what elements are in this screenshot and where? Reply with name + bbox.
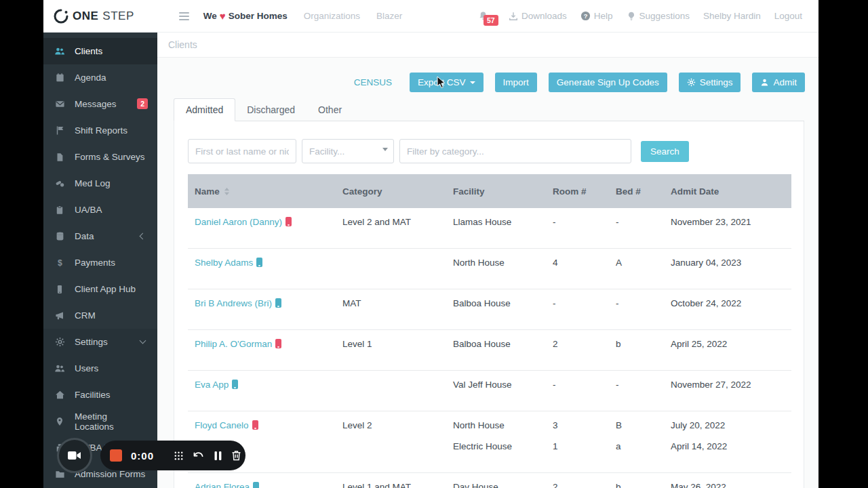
phone-icon — [253, 482, 259, 488]
topbar: ONESTEP We ♥ Sober Homes Organizations B… — [43, 0, 818, 33]
svg-text:?: ? — [583, 13, 587, 20]
download-icon — [509, 12, 518, 21]
table-row: Daniel Aaron (Danny) Level 2 and MAT Lla… — [188, 208, 791, 249]
envelope-icon — [54, 99, 65, 110]
facility-select[interactable]: Facility... — [302, 139, 394, 163]
phone-icon — [232, 380, 238, 389]
column-room[interactable]: Room # — [546, 186, 609, 197]
category-filter-input[interactable] — [399, 139, 631, 163]
phone-icon — [275, 339, 281, 348]
mobile-icon — [54, 284, 65, 295]
table-row: Eva App Val Jeff House - - November 27, … — [188, 371, 791, 411]
messages-badge: 2 — [137, 98, 148, 109]
pause-icon[interactable] — [214, 451, 222, 461]
recording-time: 0:00 — [131, 450, 154, 462]
sidebar-item-agenda[interactable]: Agenda — [43, 64, 157, 91]
database-icon — [54, 231, 65, 242]
client-link[interactable]: Adrian Florea — [195, 482, 250, 488]
select-caret-icon — [382, 148, 388, 151]
notifications-button[interactable]: 57 — [478, 11, 488, 21]
gear-icon — [687, 78, 696, 87]
sidebar-item-facilities[interactable]: Facilities — [43, 382, 157, 408]
clipboard-icon — [54, 205, 65, 216]
home-icon — [54, 390, 65, 401]
table-row: Bri B Andrews (Bri) MAT Balboa House - -… — [188, 289, 791, 330]
sidebar-item-users[interactable]: Users — [43, 355, 157, 382]
client-link[interactable]: Shelby Adams — [195, 258, 253, 268]
tab-discharged[interactable]: Discharged — [235, 99, 307, 121]
column-bed[interactable]: Bed # — [609, 186, 664, 197]
settings-button[interactable]: Settings — [679, 73, 741, 92]
generate-signup-codes-button[interactable]: Generate Sign Up Codes — [549, 73, 667, 92]
logout-link[interactable]: Logout — [774, 11, 802, 21]
lightbulb-icon — [627, 12, 636, 21]
recorder-camera-button[interactable] — [57, 438, 92, 473]
help-link[interactable]: ? Help — [580, 11, 613, 21]
brand-step: STEP — [102, 9, 134, 23]
suggestions-link[interactable]: Suggestions — [627, 11, 690, 21]
action-row: CENSUS Export CSV Import Generate Sign U… — [157, 73, 805, 92]
table-row: Adrian Florea Level 1 and MAT Dav House … — [188, 473, 791, 488]
caret-down-icon — [470, 81, 475, 84]
file-icon — [54, 152, 65, 163]
table-row: Philip A. O'Gorman Level 1 Balboa House … — [188, 330, 791, 371]
user-menu[interactable]: Shelby Hardin — [703, 11, 761, 21]
sidebar-item-crm[interactable]: CRM — [43, 302, 157, 329]
client-link[interactable]: Daniel Aaron (Danny) — [195, 217, 282, 227]
blazer-link[interactable]: Blazer — [376, 11, 402, 21]
svg-text:$: $ — [58, 258, 62, 268]
organizations-link[interactable]: Organizations — [304, 11, 360, 21]
trash-icon[interactable] — [231, 450, 241, 461]
sidebar-item-client-app-hub[interactable]: Client App Hub — [43, 276, 157, 302]
main-content: CENSUS Export CSV Import Generate Sign U… — [157, 58, 818, 488]
users-icon — [54, 363, 65, 374]
search-button[interactable]: Search — [641, 141, 689, 162]
sidebar-item-data[interactable]: Data — [43, 223, 157, 249]
sidebar-item-uaba[interactable]: UA/BA — [43, 197, 157, 223]
megaphone-icon — [54, 310, 65, 321]
table-row: Floyd Canelo Level 2 North HouseElectric… — [188, 411, 791, 473]
export-csv-button[interactable]: Export CSV — [410, 73, 484, 92]
census-link[interactable]: CENSUS — [354, 77, 392, 87]
client-link[interactable]: Floyd Canelo — [195, 420, 249, 430]
sidebar-item-med-log[interactable]: Med Log — [43, 170, 157, 197]
admit-button[interactable]: Admit — [752, 73, 805, 92]
sidebar-item-clients[interactable]: Clients — [43, 38, 157, 64]
sidebar-item-settings[interactable]: Settings — [43, 329, 157, 355]
calendar-icon — [54, 73, 65, 83]
stop-recording-button[interactable] — [110, 449, 122, 462]
undo-icon[interactable] — [193, 450, 205, 461]
client-link[interactable]: Eva App — [195, 380, 229, 390]
dollar-icon: $ — [54, 258, 65, 268]
sidebar-item-payments[interactable]: $ Payments — [43, 249, 157, 276]
sidebar: Clients Agenda Messages 2 Shift Reports … — [43, 33, 157, 488]
current-organization-link[interactable]: We ♥ Sober Homes — [203, 10, 288, 22]
topbar-right: 57 Downloads ? Help Suggestions Shelby H… — [478, 11, 802, 21]
sidebar-item-messages[interactable]: Messages 2 — [43, 91, 157, 117]
logo-icon — [53, 8, 69, 24]
gear-icon — [54, 337, 65, 348]
phone-icon — [252, 420, 258, 430]
clients-table: Name Category Facility Room # Bed # Admi… — [188, 174, 791, 488]
menu-icon[interactable] — [179, 12, 189, 20]
chevron-down-icon — [140, 338, 146, 344]
drag-handle-icon[interactable] — [174, 451, 184, 461]
client-link[interactable]: Philip A. O'Gorman — [195, 339, 272, 349]
column-category[interactable]: Category — [336, 186, 446, 197]
users-icon — [54, 46, 65, 57]
table-row: Shelby Adams North House 4 A January 04,… — [188, 249, 791, 289]
import-button[interactable]: Import — [495, 73, 537, 92]
column-admit-date[interactable]: Admit Date — [664, 186, 791, 197]
client-link[interactable]: Bri B Andrews (Bri) — [195, 298, 272, 308]
sidebar-item-forms-surveys[interactable]: Forms & Surveys — [43, 144, 157, 170]
tab-admitted[interactable]: Admitted — [174, 98, 235, 121]
downloads-link[interactable]: Downloads — [509, 11, 567, 21]
table-header: Name Category Facility Room # Bed # Admi… — [188, 174, 791, 208]
column-facility[interactable]: Facility — [446, 186, 546, 197]
column-name[interactable]: Name — [188, 186, 336, 197]
tab-other[interactable]: Other — [307, 99, 353, 121]
name-search-input[interactable] — [188, 139, 296, 163]
sidebar-item-meeting-locations[interactable]: Meeting Locations — [43, 408, 157, 434]
sidebar-item-shift-reports[interactable]: Shift Reports — [43, 117, 157, 144]
recorder-toolbar: 0:00 — [100, 441, 245, 470]
